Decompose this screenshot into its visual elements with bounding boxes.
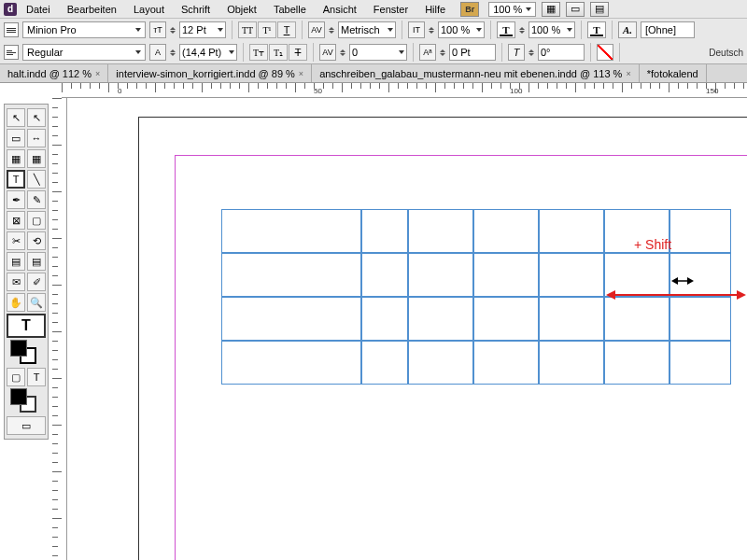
free-transform-tool[interactable]: ⟲ [27, 231, 46, 250]
table-cell[interactable] [669, 341, 731, 385]
tab-halt[interactable]: halt.indd @ 112 %× [0, 64, 108, 82]
table-cell[interactable] [221, 209, 361, 253]
rectangle-tool[interactable]: ▢ [27, 211, 46, 230]
arrange-icon[interactable]: ▤ [590, 2, 609, 17]
eyedropper-tool[interactable]: ✐ [27, 273, 46, 291]
table-cell[interactable] [361, 341, 408, 385]
table-cell[interactable] [408, 253, 473, 297]
fill-stroke-swatch[interactable] [7, 340, 46, 366]
table-cell[interactable] [361, 209, 408, 253]
table-cell[interactable] [361, 297, 408, 341]
kerning-input[interactable]: Metrisch [338, 21, 396, 38]
bridge-button[interactable]: Br [460, 2, 479, 17]
format-container-icon[interactable]: ▢ [7, 368, 25, 386]
character-mode-icon[interactable] [4, 22, 19, 37]
charstyle-select[interactable]: [Ohne] [641, 21, 695, 38]
scissors-tool[interactable]: ✂ [7, 231, 25, 250]
fill-swatch[interactable] [10, 340, 27, 357]
leading-input[interactable]: (14,4 Pt) [179, 44, 237, 61]
canvas[interactable]: + Shift [52, 98, 747, 560]
vertical-ruler[interactable] [52, 98, 67, 560]
hand-tool[interactable]: ✋ [7, 293, 25, 312]
baseline-input[interactable]: 0 Pt [449, 44, 496, 61]
view-options-icon[interactable]: ▦ [542, 2, 560, 17]
table-cell[interactable] [539, 209, 604, 253]
subscript-button[interactable]: T₁ [269, 44, 288, 61]
menu-schrift[interactable]: Schrift [174, 2, 218, 17]
format-text-icon[interactable]: T [27, 368, 46, 386]
font-size-input[interactable]: 12 Pt [179, 21, 226, 38]
smallcaps-button[interactable]: Tᴛ [249, 44, 268, 61]
table-cell[interactable] [408, 341, 473, 385]
table-cell[interactable] [408, 297, 473, 341]
menu-bearbeiten[interactable]: Bearbeiten [60, 2, 124, 17]
tracking-spinner[interactable] [340, 49, 345, 56]
menu-hilfe[interactable]: Hilfe [417, 2, 453, 17]
content-placer-tool[interactable]: ▦ [27, 149, 46, 168]
content-collector-tool[interactable]: ▦ [7, 149, 25, 168]
pen-tool[interactable]: ✒ [7, 190, 25, 209]
underline-button[interactable]: T [277, 21, 296, 38]
direct-selection-tool[interactable]: ↖ [27, 108, 46, 127]
screen-mode-icon[interactable]: ▭ [566, 2, 585, 17]
baseline-spinner[interactable] [440, 49, 445, 56]
table-cell[interactable] [473, 341, 539, 385]
close-icon[interactable]: × [299, 69, 303, 78]
stroke-none-icon[interactable] [597, 44, 613, 61]
leading-spinner[interactable] [170, 49, 176, 56]
table-cell[interactable] [221, 297, 361, 341]
gradient-swatch-tool[interactable]: ▤ [7, 252, 25, 271]
close-icon[interactable]: × [95, 69, 100, 78]
rectangle-frame-tool[interactable]: ⊠ [7, 211, 25, 230]
gradient-feather-tool[interactable]: ▤ [27, 252, 46, 271]
tab-anschreiben[interactable]: anschreiben_galabau_mustermann-neu mit e… [312, 64, 640, 82]
tint-spinner[interactable] [519, 27, 525, 34]
menu-objekt[interactable]: Objekt [219, 2, 264, 17]
table-cell[interactable] [408, 209, 473, 253]
fill-color-button[interactable]: T [497, 21, 515, 38]
menu-fenster[interactable]: Fenster [366, 2, 416, 17]
paragraph-mode-icon[interactable] [4, 45, 19, 60]
zoom-level[interactable]: 100 % [488, 2, 536, 17]
note-tool[interactable]: ✉ [7, 273, 25, 291]
superscript-button[interactable]: T¹ [258, 21, 276, 38]
zoom-tool[interactable]: 🔍 [27, 293, 46, 312]
gap-tool[interactable]: ↔ [27, 129, 46, 147]
menu-tabelle[interactable]: Tabelle [266, 2, 314, 17]
line-tool[interactable]: ╲ [27, 170, 46, 189]
table-cell[interactable] [539, 253, 604, 297]
table-cell[interactable] [221, 253, 361, 297]
close-icon[interactable]: × [626, 69, 630, 78]
table-cell[interactable] [473, 297, 539, 341]
selection-tool[interactable]: ↖ [7, 108, 25, 127]
tint-input[interactable]: 100 % [529, 21, 575, 38]
pencil-tool[interactable]: ✎ [27, 190, 46, 209]
table-cell[interactable] [473, 209, 539, 253]
table-cell[interactable] [669, 209, 731, 253]
text-color-button[interactable]: T [587, 21, 606, 38]
tracking-input[interactable]: 0 [349, 44, 407, 61]
table-cell[interactable] [604, 341, 669, 385]
horizontal-ruler[interactable]: 050100150 [62, 83, 747, 98]
color-apply-swatch[interactable] [7, 388, 46, 414]
menu-ansicht[interactable]: Ansicht [316, 2, 364, 17]
menu-layout[interactable]: Layout [126, 2, 172, 17]
skew-spinner[interactable] [529, 49, 534, 56]
tab-fotokalender[interactable]: *fotokalend [640, 64, 707, 82]
table-cell[interactable] [539, 297, 604, 341]
table-cell[interactable] [473, 253, 539, 297]
type-tool[interactable]: T [7, 170, 25, 189]
font-style-select[interactable]: Regular [22, 44, 146, 61]
page-tool[interactable]: ▭ [7, 129, 25, 147]
tab-interview[interactable]: interview-simon_korrigiert.indd @ 89 %× [108, 64, 312, 82]
table-cell[interactable] [361, 253, 408, 297]
menu-datei[interactable]: Datei [19, 2, 58, 17]
vscale-spinner[interactable] [429, 27, 434, 34]
screen-mode-normal[interactable]: ▭ [7, 416, 46, 435]
table-cell[interactable] [539, 341, 604, 385]
kerning-spinner[interactable] [329, 27, 334, 34]
table-cell[interactable] [221, 341, 361, 385]
strikethrough-button[interactable]: T [289, 44, 307, 61]
apply-color[interactable] [10, 388, 27, 405]
skew-input[interactable]: 0° [538, 44, 585, 61]
